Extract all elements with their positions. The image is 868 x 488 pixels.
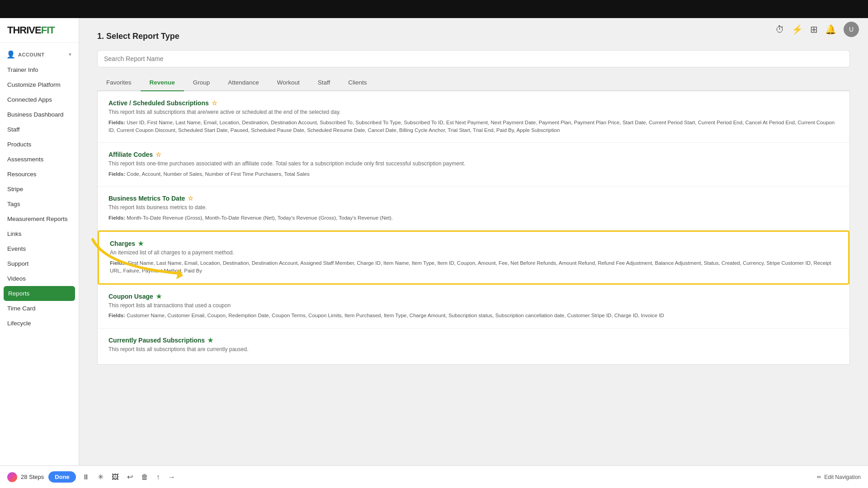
report-fields-business-metrics: Fields: Month-To-Date Revenue (Gross), M… xyxy=(108,214,839,222)
report-desc-affiliate-codes: This report lists one-time purchases ass… xyxy=(108,160,839,168)
page-title: 1. Select Report Type xyxy=(97,32,850,41)
report-title-currently-paused: Currently Paused Subscriptions ★ xyxy=(108,337,839,344)
sidebar-item-links[interactable]: Links xyxy=(0,226,79,241)
report-item-business-metrics[interactable]: Business Metrics To Date ☆ This report l… xyxy=(98,187,849,230)
report-desc-charges: An itemized list of all charges to a pay… xyxy=(110,249,837,257)
timer-icon[interactable]: ⏱ xyxy=(775,24,784,35)
top-bar xyxy=(0,0,868,18)
report-fields-affiliate-codes: Fields: Code, Account, Number of Sales, … xyxy=(108,170,839,178)
chevron-icon: ▼ xyxy=(68,52,72,57)
sidebar-item-resources[interactable]: Resources xyxy=(0,167,79,182)
sidebar-item-customize-platform[interactable]: Customize Platform xyxy=(0,77,79,92)
sidebar-item-business-dashboard[interactable]: Business Dashboard xyxy=(0,107,79,122)
report-item-affiliate-codes[interactable]: Affiliate Codes ☆ This report lists one-… xyxy=(98,143,849,187)
image-icon[interactable]: 🖼 xyxy=(110,471,121,483)
sidebar-item-support[interactable]: Support xyxy=(0,256,79,271)
sidebar-item-products[interactable]: Products xyxy=(0,137,79,152)
sidebar-item-staff[interactable]: Staff xyxy=(0,122,79,137)
move-up-icon[interactable]: ↑ xyxy=(155,471,162,483)
star-icon[interactable]: ☆ xyxy=(212,99,217,107)
sidebar-item-stripe[interactable]: Stripe xyxy=(0,182,79,197)
star-icon[interactable]: ★ xyxy=(156,293,162,300)
report-desc-business-metrics: This report lists business metrics to da… xyxy=(108,204,839,211)
logo: THRIVEFIT xyxy=(0,18,79,43)
notification-icon[interactable]: 🔔 xyxy=(825,24,836,35)
report-title-active-subscriptions: Active / Scheduled Subscriptions ☆ xyxy=(108,99,839,107)
main-content: ⏱ ⚡ ⊞ 🔔 U 1. Select Report Type Favorite… xyxy=(79,18,868,488)
edit-nav-label: Edit Navigation xyxy=(824,474,861,480)
report-title-coupon-usage: Coupon Usage ★ xyxy=(108,293,839,300)
steps-count: 28 Steps xyxy=(21,474,44,480)
star-icon[interactable]: ☆ xyxy=(156,151,161,158)
steps-icon xyxy=(7,472,17,482)
sidebar-item-connected-apps[interactable]: Connected Apps xyxy=(0,92,79,107)
tab-attendance[interactable]: Attendance xyxy=(219,75,268,91)
report-tabs: FavoritesRevenueGroupAttendanceWorkoutSt… xyxy=(97,75,850,91)
star-icon[interactable]: ★ xyxy=(208,337,213,344)
report-desc-coupon-usage: This report lists all transactions that … xyxy=(108,302,839,310)
sidebar-item-time-card[interactable]: Time Card xyxy=(0,301,79,316)
sidebar: THRIVEFIT 👤 Account ▼ Trainer InfoCustom… xyxy=(0,18,79,488)
report-title-business-metrics: Business Metrics To Date ☆ xyxy=(108,195,839,202)
star-icon[interactable]: ★ xyxy=(138,240,144,247)
sidebar-item-trainer-info[interactable]: Trainer Info xyxy=(0,62,79,77)
header-nav: ⏱ ⚡ ⊞ 🔔 U xyxy=(775,18,859,41)
sidebar-item-measurement-reports[interactable]: Measurement Reports xyxy=(0,211,79,226)
report-item-charges[interactable]: Charges ★ An itemized list of all charge… xyxy=(98,230,849,284)
report-item-currently-paused[interactable]: Currently Paused Subscriptions ★ This re… xyxy=(98,328,849,364)
report-fields-active-subscriptions: Fields: User ID, First Name, Last Name, … xyxy=(108,119,839,135)
report-item-active-subscriptions[interactable]: Active / Scheduled Subscriptions ☆ This … xyxy=(98,91,849,143)
grid-icon[interactable]: ⊞ xyxy=(810,24,818,35)
report-desc-currently-paused: This report lists all subscriptions that… xyxy=(108,346,839,353)
sidebar-account-section: 👤 Account ▼ Trainer InfoCustomize Platfo… xyxy=(0,43,79,334)
pause-icon[interactable]: ⏸ xyxy=(80,471,91,483)
sidebar-item-lifecycle[interactable]: Lifecycle xyxy=(0,316,79,331)
sidebar-items: Trainer InfoCustomize PlatformConnected … xyxy=(0,62,79,331)
move-right-icon[interactable]: → xyxy=(166,471,177,483)
delete-icon[interactable]: 🗑 xyxy=(139,471,150,483)
report-desc-active-subscriptions: This report lists all subscriptions that… xyxy=(108,108,839,116)
edit-navigation[interactable]: ✏ Edit Navigation xyxy=(817,474,861,480)
report-item-coupon-usage[interactable]: Coupon Usage ★ This report lists all tra… xyxy=(98,285,849,328)
sidebar-item-assessments[interactable]: Assessments xyxy=(0,152,79,167)
account-section-header[interactable]: 👤 Account ▼ xyxy=(0,47,79,62)
steps-badge: 28 Steps xyxy=(7,472,44,482)
edit-nav-icon: ✏ xyxy=(817,474,821,480)
lightning-icon[interactable]: ⚡ xyxy=(792,24,803,35)
sidebar-item-reports[interactable]: Reports xyxy=(4,286,75,301)
tab-staff[interactable]: Staff xyxy=(309,75,340,91)
tab-revenue[interactable]: Revenue xyxy=(141,75,184,91)
tab-clients[interactable]: Clients xyxy=(339,75,376,91)
sidebar-item-events[interactable]: Events xyxy=(0,241,79,256)
report-title-affiliate-codes: Affiliate Codes ☆ xyxy=(108,151,839,158)
report-fields-coupon-usage: Fields: Customer Name, Customer Email, C… xyxy=(108,312,839,319)
tab-favorites[interactable]: Favorites xyxy=(97,75,141,91)
account-label: Account xyxy=(18,52,45,57)
bottom-bar: 28 Steps Done ⏸ ✳ 🖼 ↩ 🗑 ↑ → ✏ Edit Navig… xyxy=(0,465,868,488)
sidebar-item-tags[interactable]: Tags xyxy=(0,197,79,211)
star-icon[interactable]: ☆ xyxy=(188,195,193,202)
report-list: Active / Scheduled Subscriptions ☆ This … xyxy=(97,91,850,365)
sidebar-item-videos[interactable]: Videos xyxy=(0,271,79,286)
asterisk-icon[interactable]: ✳ xyxy=(96,471,105,483)
tab-workout[interactable]: Workout xyxy=(268,75,309,91)
report-fields-charges: Fields: First Name, Last Name, Email, Lo… xyxy=(110,259,837,275)
tab-group[interactable]: Group xyxy=(184,75,219,91)
report-title-charges: Charges ★ xyxy=(110,240,837,247)
done-button[interactable]: Done xyxy=(48,471,76,483)
account-icon: 👤 xyxy=(6,50,15,59)
user-avatar[interactable]: U xyxy=(844,22,859,37)
search-input[interactable] xyxy=(97,50,850,67)
undo-icon[interactable]: ↩ xyxy=(125,471,135,483)
